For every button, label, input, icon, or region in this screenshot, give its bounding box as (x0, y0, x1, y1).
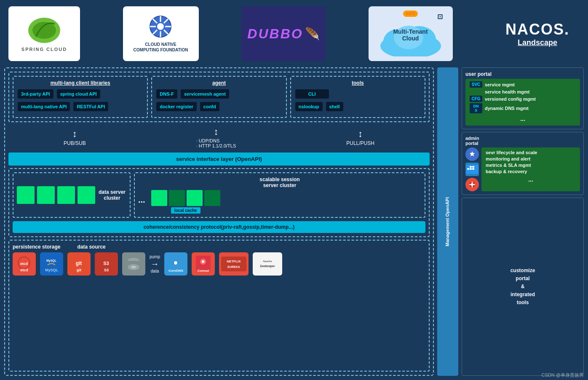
pub-sub-label: PUB/SUB (64, 140, 86, 146)
zookeeper-icon: ApacheZookeeper (253, 252, 282, 276)
pump-arrow-icon: → (151, 259, 159, 269)
tools-btn-row1: CLI (294, 88, 421, 99)
backup-item: backup & recovery (486, 169, 576, 174)
svg-rect-43 (472, 168, 474, 170)
user-portal-mgmt-box: SVC service mgmt SVC service health mgmt… (465, 79, 580, 126)
admin-portal-section: admin portal (462, 132, 584, 195)
client-libraries-title: multi-lang client libraries (17, 80, 144, 86)
user-portal-label: user portal (465, 71, 492, 77)
right-panel: user portal SVC service mgmt SVC service… (462, 67, 584, 376)
left-panel: multi-lang client libraries 3rd-party AP… (4, 67, 434, 376)
k8s-icon (465, 147, 479, 161)
admin-icons-column (465, 147, 479, 191)
svg-rect-41 (467, 168, 469, 170)
aws-cloud-logo: AWS Multi-Tenant Cloud ⊡ (369, 6, 453, 61)
lifecycle-item: sevr lifecycle and scale (486, 150, 576, 155)
service-interface-bar: service interface layer (OpenAPI) (8, 153, 430, 166)
svg-rect-33 (221, 257, 246, 271)
svg-text:S3: S3 (103, 261, 109, 266)
data-source-label: data source (77, 244, 105, 250)
nacos-subtitle: Landscape (495, 38, 580, 47)
svg-point-27 (131, 266, 136, 268)
top-section: multi-lang client libraries 3rd-party AP… (8, 72, 430, 122)
management-label: Management OpenAPI (445, 197, 450, 246)
dns-tag: DNS (470, 103, 482, 113)
spring-cloud-api-btn[interactable]: spring cloud API (57, 89, 100, 99)
servicemesh-agent-btn[interactable]: servicemesh agent (181, 89, 229, 99)
pull-push-label: PULL/PUSH (346, 140, 374, 146)
pub-sub-up-arrow-icon: ↕ (72, 128, 77, 139)
dns-mgmt-item: DNS dynamic DNS mgmt (470, 103, 576, 113)
svg-rect-44 (470, 166, 472, 168)
multi-lang-native-btn[interactable]: multi-lang native API (18, 102, 70, 111)
dns-f-btn[interactable]: DNS-F (156, 89, 177, 99)
udp-label: · UDP/DNS (196, 138, 236, 143)
confd-btn[interactable]: confd (200, 102, 219, 111)
spring-leaf-icon (27, 16, 61, 45)
agent-btn-row2: docker register confd (155, 101, 282, 112)
nacos-title: NACOS. (495, 21, 580, 38)
cache-block-3 (187, 190, 203, 206)
service-health-label: service health mgmt (485, 89, 529, 94)
versioned-config-label: versioned config mgmt (485, 96, 536, 102)
3rd-party-api-btn[interactable]: 3rd-party API (18, 89, 53, 99)
persistence-header: persistence storage data source (13, 244, 425, 250)
svg-rect-45 (472, 166, 474, 168)
shell-btn[interactable]: shell (326, 102, 343, 111)
pull-push-arrow-icon: ↕ (358, 128, 363, 139)
main-content: multi-lang client libraries 3rd-party AP… (0, 67, 588, 380)
dubbo-logo: DUBBO 🪶 (241, 6, 326, 61)
service-mgmt-label: service mgmt (485, 82, 515, 87)
cfg-tag: CFG (470, 96, 482, 102)
agent-title: agent (155, 80, 282, 86)
data-server-cluster: data server cluster (13, 172, 131, 218)
nslookup-btn[interactable]: nslookup (295, 102, 323, 111)
s3-icon: S3 S3 (95, 252, 118, 276)
cli-btn[interactable]: CLI (295, 89, 329, 99)
multi-tenant-line1: Multi-Tenant (393, 28, 428, 35)
session-dots: ··· (138, 197, 145, 207)
restful-api-btn[interactable]: RESTFul API (73, 102, 108, 111)
eureka-icon: NETFLIXEUREKA (219, 252, 249, 276)
svc-mgmt-item: SVC service mgmt (470, 81, 576, 88)
tools-title: tools (294, 80, 421, 86)
spring-cloud-logo: SPRING CLOUD (8, 6, 80, 61)
local-cache-area: local cache (151, 190, 220, 214)
session-title: scalable session server cluster (138, 177, 421, 188)
prometheus-icon (465, 178, 479, 191)
customize-portal: customize portal & integrated tools (462, 198, 584, 376)
svc-tag: SVC (470, 81, 482, 88)
mysql-icon: MySQL MySQL (40, 252, 63, 276)
udp-arrow-icon: ↕ (214, 126, 218, 137)
consul-icon: Consul (192, 252, 215, 276)
pump-data-label: data (151, 269, 159, 273)
svg-point-48 (471, 183, 473, 186)
helm-icon (149, 15, 172, 38)
metrics-item: metrics & SLA mgmt (486, 163, 576, 168)
management-sidebar: Management OpenAPI (437, 67, 458, 376)
pub-sub-arrow: ↕ PUB/SUB (64, 128, 86, 146)
cfg-mgmt-item: CFG versioned config mgmt (470, 96, 576, 102)
metrics-label: metrics & SLA mgmt (486, 163, 531, 168)
svg-text:EUREKA: EUREKA (227, 265, 240, 268)
svg-text:NETFLIX: NETFLIX (227, 260, 241, 263)
nacos-logo: NACOS. Landscape (495, 21, 580, 47)
dynamic-dns-label: dynamic DNS mgmt (485, 106, 529, 111)
docker-register-btn[interactable]: docker register (156, 102, 196, 111)
svg-text:git: git (76, 260, 82, 266)
persistence-content: etcd etcd MySQL MySQL git git S3 S3 (13, 252, 425, 276)
data-block-2 (37, 186, 55, 204)
git-icon: git git (67, 252, 91, 276)
data-block-1 (17, 186, 35, 204)
tools-box: tools CLI nslookup shell (290, 76, 425, 118)
svg-rect-42 (470, 168, 472, 170)
customize-text: customize portal & integrated tools (510, 267, 535, 307)
svg-point-29 (174, 261, 177, 265)
dubbo-text: DUBBO (247, 26, 303, 42)
disk-icon (122, 252, 145, 276)
admin-mgmt-box: sevr lifecycle and scale monitoring and … (481, 147, 580, 191)
dubbo-feather-icon: 🪶 (305, 27, 320, 41)
cache-blocks (151, 190, 220, 206)
svg-point-3 (157, 23, 164, 30)
client-btn-row1: 3rd-party API spring cloud API (17, 88, 144, 99)
